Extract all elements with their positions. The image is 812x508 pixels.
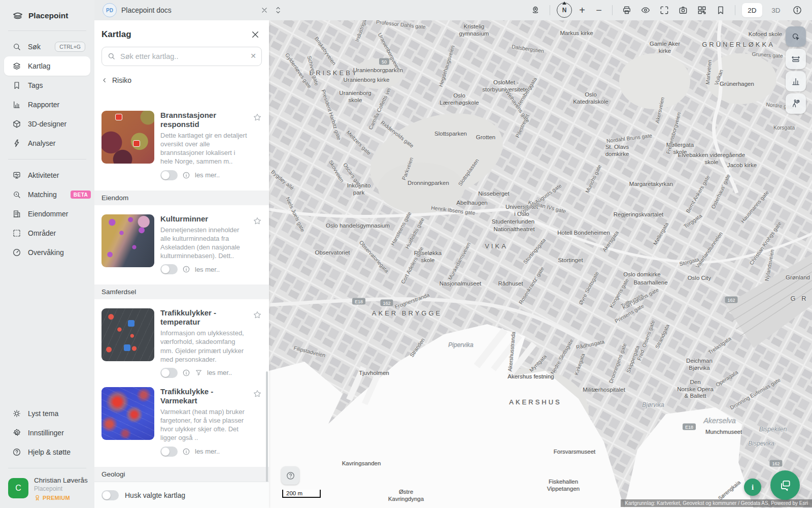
layer-toggle[interactable] xyxy=(160,264,178,274)
sidebar-secondary-nav: AktiviteterMatchingBETAEiendommerOmråder… xyxy=(0,162,94,266)
locate-icon[interactable] xyxy=(528,3,543,18)
sidebar-item-analyser[interactable]: Analyser xyxy=(4,134,90,153)
measure-tool-button[interactable] xyxy=(786,49,806,69)
divider xyxy=(550,5,550,15)
building-icon xyxy=(12,209,21,218)
map-canvas[interactable]: Kristelig gymnasiumMarkus kirkeGamle Ake… xyxy=(269,20,812,508)
sidebar-item-matching[interactable]: MatchingBETA xyxy=(4,185,90,204)
app-logo[interactable]: Placepoint xyxy=(0,0,94,28)
sidebar-item-lyst-tema[interactable]: Lyst tema xyxy=(4,404,90,423)
chart-icon xyxy=(791,76,801,86)
favorite-star-icon[interactable] xyxy=(253,113,262,122)
sidebar-item-label: Matching xyxy=(28,190,57,199)
layer-title: Brannstasjoner responstid xyxy=(160,111,249,129)
divider xyxy=(612,5,613,15)
remember-layers-bar: Husk valgte kartlag xyxy=(94,482,269,508)
layer-card-list: Brannstasjoner responstidDette kartlaget… xyxy=(94,107,269,482)
layer-info-icon[interactable] xyxy=(182,265,190,273)
sidebar-item-rapporter[interactable]: Rapporter xyxy=(4,95,90,114)
sidebar-item-label: Overvåking xyxy=(28,248,64,257)
read-more-link[interactable]: les mer.. xyxy=(195,171,220,179)
fullscreen-icon[interactable] xyxy=(657,3,672,18)
avatar: C xyxy=(8,478,28,498)
favorite-star-icon[interactable] xyxy=(253,389,262,398)
info-fab-button[interactable]: i xyxy=(744,479,761,496)
zoom-out-button[interactable]: − xyxy=(592,5,605,15)
read-more-link[interactable]: les mer.. xyxy=(195,266,220,273)
info-icon[interactable] xyxy=(790,3,805,18)
sidebar-item-label: Hjelp & støtte xyxy=(28,448,71,456)
search-input[interactable] xyxy=(101,47,262,66)
remember-layers-toggle[interactable] xyxy=(101,490,119,500)
bookmark-icon[interactable] xyxy=(713,3,728,18)
panel-title: Kartlag xyxy=(101,29,131,40)
sidebar-item-label: Rapporter xyxy=(28,101,59,109)
sidebar-item-innstillinger[interactable]: Innstillinger xyxy=(4,423,90,442)
sidebar-item-eiendommer[interactable]: Eiendommer xyxy=(4,204,90,224)
layer-toggle[interactable] xyxy=(160,170,178,180)
sidebar-item-label: Kartlag xyxy=(28,62,50,70)
sidebar-item-overv-king[interactable]: Overvåking xyxy=(4,243,90,262)
qr-widgets-icon[interactable] xyxy=(694,3,709,18)
document-switch-icon[interactable] xyxy=(275,6,281,14)
sidebar-item-omr-der[interactable]: Områder xyxy=(4,224,90,243)
panel-close-icon[interactable] xyxy=(251,30,260,39)
walker-icon xyxy=(791,99,801,109)
layer-description: Dette kartlaget gir en detaljert oversik… xyxy=(160,131,249,166)
layer-thumbnail[interactable] xyxy=(101,111,154,164)
sidebar: Placepoint SøkCTRL+GKartlagTagsRapporter… xyxy=(0,0,94,508)
layer-toggle[interactable] xyxy=(160,447,178,457)
sidebar-item-3d-designer[interactable]: 3D-designer xyxy=(4,114,90,134)
layers-logo-icon xyxy=(12,10,23,21)
topbar: PD Placepoint docs N + − 2D 3D xyxy=(94,0,812,20)
favorite-star-icon[interactable] xyxy=(253,216,262,226)
sidebar-item-label: Lyst tema xyxy=(28,409,58,418)
sidebar-item-kartlag[interactable]: Kartlag xyxy=(4,56,90,76)
map-help-button[interactable] xyxy=(281,466,299,485)
layer-thumbnail[interactable] xyxy=(101,387,154,440)
screenshot-icon[interactable] xyxy=(675,3,691,18)
sidebar-item-tags[interactable]: Tags xyxy=(4,76,90,95)
layer-info-icon[interactable] xyxy=(182,171,190,179)
layer-toggle[interactable] xyxy=(160,368,178,378)
search-clear-icon[interactable]: ✕ xyxy=(250,52,256,60)
layer-info-icon[interactable] xyxy=(182,369,190,377)
chart-tool-button[interactable] xyxy=(786,71,806,91)
layer-info-icon[interactable] xyxy=(182,448,190,456)
sidebar-item-aktiviteter[interactable]: Aktiviteter xyxy=(4,166,90,185)
sidebar-footer: Lyst temaInnstillingerHjelp & støtte C C… xyxy=(0,400,94,508)
compass-control[interactable]: N xyxy=(557,3,572,18)
view-2d-button[interactable]: 2D xyxy=(742,3,762,17)
report-icon xyxy=(12,100,21,109)
app-name: Placepoint xyxy=(28,11,68,20)
user-card[interactable]: C Christian Løverås Placepoint PREMIUM xyxy=(0,470,94,501)
favorite-star-icon[interactable] xyxy=(253,310,262,320)
section-header-eiendom: Eiendom xyxy=(94,190,269,205)
zoom-in-button[interactable]: + xyxy=(576,5,589,15)
layer-thumbnail[interactable] xyxy=(101,308,154,361)
panel-scrollbar[interactable] xyxy=(266,371,268,488)
sidebar-item-hjelp-st-tte[interactable]: Hjelp & støtte xyxy=(4,442,90,462)
document-chip[interactable]: PD Placepoint docs xyxy=(103,3,172,17)
back-to-risiko[interactable]: Risiko xyxy=(94,66,269,88)
layer-card: KulturminnerDennetjenesten inneholder al… xyxy=(94,210,269,280)
document-close-icon[interactable] xyxy=(261,7,268,14)
read-more-link[interactable]: les mer.. xyxy=(195,448,220,455)
walker-tool-button[interactable] xyxy=(786,93,806,114)
read-more-link[interactable]: les mer.. xyxy=(207,369,232,376)
layer-card: Trafikkulykker - temperaturInformasjon o… xyxy=(94,304,269,383)
section-header-samferdsel: Samferdsel xyxy=(94,284,269,299)
layer-filter-icon[interactable] xyxy=(195,369,202,376)
search-icon xyxy=(12,42,21,51)
select-tool-button[interactable] xyxy=(786,26,806,47)
layer-title: Trafikkulykker - temperatur xyxy=(160,308,249,327)
chevron-left-icon xyxy=(101,77,108,83)
select-icon xyxy=(791,31,801,42)
visibility-icon[interactable] xyxy=(638,3,653,18)
view-3d-button[interactable]: 3D xyxy=(766,3,786,17)
measure-icon xyxy=(791,54,801,64)
chat-fab-button[interactable] xyxy=(770,470,800,500)
print-icon[interactable] xyxy=(619,3,634,18)
sidebar-item-s-k[interactable]: SøkCTRL+G xyxy=(4,37,90,56)
layer-thumbnail[interactable] xyxy=(101,214,154,267)
